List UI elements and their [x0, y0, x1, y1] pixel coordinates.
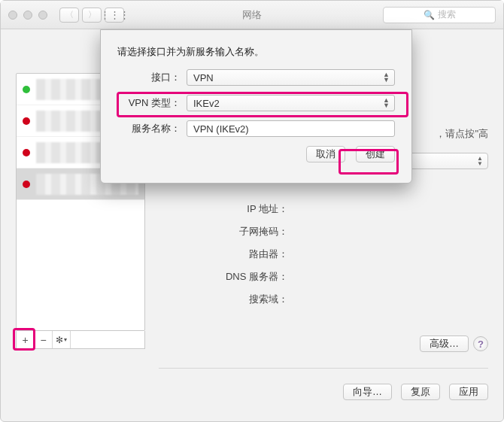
interface-value: VPN	[193, 72, 214, 83]
show-all-button[interactable]: ⋮⋮⋮	[105, 8, 124, 23]
status-dot-disconnected-icon	[23, 117, 30, 125]
field-subnet: 子网掩码：	[159, 225, 488, 238]
status-dot-connected-icon	[23, 86, 30, 93]
servicename-label: 服务名称：	[117, 122, 187, 135]
plus-icon: +	[22, 334, 28, 346]
remove-service-button[interactable]: −	[35, 331, 53, 348]
field-router: 路由器：	[159, 247, 488, 261]
chevron-right-icon: 〉	[88, 9, 96, 20]
field-searchdom: 搜索域：	[159, 293, 488, 306]
sheet-message: 请选择接口并为新服务输入名称。	[117, 45, 395, 59]
hint-text: ，请点按"高	[436, 127, 488, 141]
dns-label: DNS 服务器：	[159, 270, 294, 284]
forward-button[interactable]: 〉	[82, 8, 102, 23]
minimize-window-button[interactable]	[23, 11, 32, 20]
gear-icon: ✻	[56, 335, 63, 345]
list-toolbar: + − ✻▾	[16, 331, 145, 349]
sheet-buttons: 取消 创建	[117, 146, 395, 162]
chevron-left-icon: 〈	[65, 9, 74, 20]
divider	[159, 368, 488, 369]
apply-button[interactable]: 应用	[449, 384, 488, 400]
interface-label: 接口：	[117, 71, 187, 84]
details-fields: IP 地址： 子网掩码： 路由器： DNS 服务器： 搜索域：	[159, 202, 488, 315]
title-text: 网络	[242, 8, 262, 22]
servicename-row: 服务名称： VPN (IKEv2)	[117, 120, 395, 137]
bottom-buttons: 向导… 复原 应用	[343, 384, 488, 400]
question-icon: ?	[478, 339, 484, 350]
vpntype-select[interactable]: IKEv2 ▲▼	[187, 95, 395, 111]
new-service-sheet: 请选择接口并为新服务输入名称。 接口： VPN ▲▼ VPN 类型： IKEv2…	[100, 29, 412, 184]
chevron-down-icon: ▾	[64, 336, 67, 343]
servicename-value: VPN (IKEv2)	[193, 123, 249, 135]
preferences-window: 〈 〉 ⋮⋮⋮ 网络 🔍 搜索	[0, 0, 504, 422]
assist-button[interactable]: 向导…	[343, 384, 392, 400]
search-icon: 🔍	[424, 10, 435, 20]
revert-button[interactable]: 复原	[401, 384, 440, 400]
field-dns: DNS 服务器：	[159, 270, 488, 284]
close-window-button[interactable]	[8, 11, 17, 20]
back-button[interactable]: 〈	[59, 8, 79, 23]
titlebar: 〈 〉 ⋮⋮⋮ 网络 🔍 搜索	[1, 1, 503, 29]
subnet-label: 子网掩码：	[159, 225, 294, 238]
vpntype-label: VPN 类型：	[117, 96, 187, 110]
interface-select[interactable]: VPN ▲▼	[187, 69, 395, 86]
search-placeholder: 搜索	[438, 8, 456, 21]
cancel-button[interactable]: 取消	[306, 146, 345, 162]
field-ip: IP 地址：	[159, 202, 488, 216]
help-button[interactable]: ?	[473, 336, 488, 351]
servicename-input[interactable]: VPN (IKEv2)	[187, 120, 395, 137]
advanced-row: 高级… ?	[420, 335, 488, 352]
interface-row: 接口： VPN ▲▼	[117, 69, 395, 86]
create-button[interactable]: 创建	[356, 146, 395, 162]
nav-buttons: 〈 〉	[59, 8, 102, 23]
chevron-updown-icon: ▲▼	[477, 156, 483, 166]
window-controls	[8, 11, 47, 20]
window-title: 网络	[242, 8, 262, 22]
ip-label: IP 地址：	[159, 202, 294, 216]
minus-icon: −	[40, 334, 46, 346]
vpntype-row: VPN 类型： IKEv2 ▲▼	[117, 95, 395, 111]
status-dot-disconnected-icon	[23, 181, 30, 188]
chevron-updown-icon: ▲▼	[383, 98, 390, 108]
zoom-window-button[interactable]	[38, 11, 47, 20]
chevron-updown-icon: ▲▼	[383, 72, 390, 83]
vpntype-value: IKEv2	[193, 98, 220, 109]
searchdom-label: 搜索域：	[159, 293, 294, 306]
search-input[interactable]: 🔍 搜索	[383, 7, 496, 23]
status-select[interactable]: ▲▼	[405, 153, 488, 169]
grid-icon: ⋮⋮⋮	[100, 9, 129, 20]
service-actions-button[interactable]: ✻▾	[53, 331, 71, 348]
router-label: 路由器：	[159, 247, 294, 261]
add-service-button[interactable]: +	[17, 331, 35, 348]
advanced-button[interactable]: 高级…	[420, 335, 469, 352]
status-dot-disconnected-icon	[23, 149, 30, 156]
